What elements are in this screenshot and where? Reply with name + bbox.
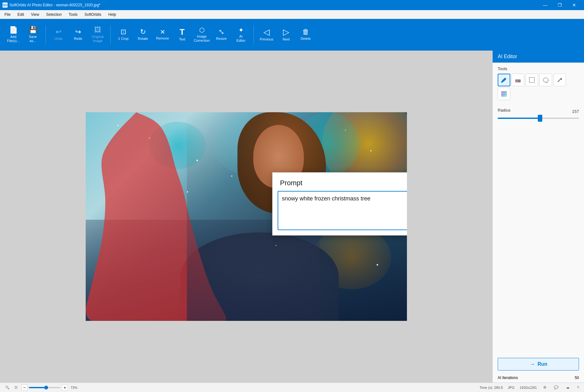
next-label: Next bbox=[283, 37, 290, 41]
resize-button[interactable]: ⤡ Resize bbox=[212, 21, 231, 49]
original-image-icon: 🖼 bbox=[94, 27, 101, 34]
menu-selection[interactable]: Selection bbox=[43, 11, 65, 18]
menu-help[interactable]: Help bbox=[105, 11, 120, 18]
redo-label: Redo bbox=[74, 37, 82, 41]
app-icon: SO bbox=[3, 3, 8, 8]
help-icon[interactable]: ? bbox=[576, 385, 580, 390]
brush-tool-button[interactable] bbox=[498, 74, 510, 86]
close-button[interactable]: ✕ bbox=[567, 0, 581, 10]
toolbar-group-history: ↩ Undo ↪ Redo 🖼 OriginalImage bbox=[48, 21, 108, 49]
toolbar: 📄 AddFile(s)... 💾 Saveas... ↩ Undo ↪ Red… bbox=[0, 19, 584, 51]
toolbar-sep-3 bbox=[254, 25, 254, 44]
zoom-slider-track[interactable] bbox=[29, 387, 60, 388]
rect-select-icon bbox=[528, 77, 535, 83]
cloud-icon[interactable]: ☁ bbox=[565, 385, 571, 390]
lasso-icon bbox=[542, 77, 549, 83]
radius-value: 157 bbox=[572, 109, 579, 114]
ai-editor-label: AIEditor bbox=[237, 34, 246, 43]
canvas-container: Prompt snowy white frozen christmass tre… bbox=[0, 51, 492, 383]
run-button-container: → Run bbox=[493, 355, 584, 373]
snowflake-13 bbox=[187, 191, 188, 193]
add-file-label: AddFile(s)... bbox=[7, 35, 20, 43]
run-arrow-icon: → bbox=[529, 361, 535, 368]
maximize-button[interactable]: ❐ bbox=[552, 0, 567, 10]
snowflake-15 bbox=[377, 264, 378, 266]
radius-section: Radius 157 bbox=[493, 104, 584, 123]
prompt-textarea-container: snowy white frozen christmass tree ▲ ▼ bbox=[278, 191, 407, 230]
zoom-fit-icon[interactable]: 🔍 bbox=[4, 385, 11, 390]
window-title: SoftOrbits AI Photo Editor - woman-60022… bbox=[9, 3, 101, 7]
original-image-label: OriginalImage bbox=[92, 35, 104, 43]
add-file-icon: 📄 bbox=[9, 27, 18, 34]
zoom-frame-icon[interactable]: ⊡ bbox=[13, 385, 19, 390]
previous-icon: ◁ bbox=[263, 28, 270, 36]
status-bar: 🔍 ⊡ − + 73% Time (s): 280.8 JPG 1920x128… bbox=[0, 383, 584, 392]
add-file-button[interactable]: 📄 AddFile(s)... bbox=[4, 21, 23, 49]
zoom-in-button[interactable]: + bbox=[62, 384, 68, 391]
image-correction-icon: ⬡ bbox=[199, 27, 205, 33]
iterations-row: AI Iterations 50 bbox=[493, 373, 584, 383]
menu-tools[interactable]: Tools bbox=[65, 11, 81, 18]
crop-label: 1 Crop bbox=[118, 37, 128, 41]
radius-slider-thumb[interactable] bbox=[538, 115, 542, 122]
eraser-tool-button[interactable] bbox=[512, 74, 524, 86]
menu-edit[interactable]: Edit bbox=[14, 11, 27, 18]
crop-button[interactable]: ⊡ 1 Crop bbox=[114, 21, 133, 49]
tools-section: Tools bbox=[493, 63, 584, 104]
canvas-area[interactable]: Prompt snowy white frozen christmass tre… bbox=[0, 51, 492, 383]
title-bar: SO SoftOrbits AI Photo Editor - woman-60… bbox=[0, 0, 584, 10]
minimize-button[interactable]: — bbox=[538, 0, 552, 10]
magic-wand-tool-button[interactable] bbox=[553, 74, 566, 86]
next-icon: ▷ bbox=[283, 28, 289, 36]
photo-canvas: Prompt snowy white frozen christmass tre… bbox=[86, 112, 407, 321]
menu-view[interactable]: View bbox=[28, 11, 42, 18]
settings-icon[interactable]: ⚙ bbox=[542, 385, 548, 390]
remove-label: Remove bbox=[156, 36, 169, 40]
undo-label: Undo bbox=[54, 37, 63, 41]
title-bar-left: SO SoftOrbits AI Photo Editor - woman-60… bbox=[3, 3, 101, 8]
radius-slider-row bbox=[498, 118, 579, 119]
ai-editor-panel: AI Editor Tools bbox=[492, 51, 584, 383]
status-right: Time (s): 280.8 JPG 1920x1281 ⚙ 💬 ☁ ? bbox=[479, 385, 580, 390]
save-as-icon: 💾 bbox=[29, 27, 37, 34]
snowflake-2 bbox=[149, 138, 150, 138]
smart-brush-tool-button[interactable] bbox=[498, 88, 510, 100]
run-button[interactable]: → Run bbox=[498, 358, 579, 371]
rotate-button[interactable]: ↻ Rotate bbox=[133, 21, 152, 49]
lasso-tool-button[interactable] bbox=[539, 74, 552, 86]
redo-button[interactable]: ↪ Redo bbox=[69, 21, 88, 49]
snowflake-7 bbox=[231, 175, 232, 177]
original-image-button[interactable]: 🖼 OriginalImage bbox=[88, 21, 107, 49]
ai-editor-icon: ✦ bbox=[238, 27, 244, 33]
radius-slider-track[interactable] bbox=[498, 118, 579, 119]
ai-panel-title: AI Editor bbox=[498, 54, 517, 59]
previous-button[interactable]: ◁ Previous bbox=[257, 21, 276, 49]
resize-icon: ⤡ bbox=[218, 28, 224, 35]
toolbar-group-nav: ◁ Previous ▷ Next 🗑 Delete bbox=[256, 21, 317, 49]
zoom-slider-thumb[interactable] bbox=[44, 386, 48, 389]
run-button-label: Run bbox=[538, 361, 547, 367]
svg-point-0 bbox=[501, 82, 502, 83]
chat-icon[interactable]: 💬 bbox=[553, 385, 560, 390]
menu-softorbits[interactable]: SoftOrbits bbox=[81, 11, 104, 18]
toolbar-sep-2 bbox=[110, 25, 111, 44]
iterations-value: 50 bbox=[575, 376, 579, 380]
delete-button[interactable]: 🗑 Delete bbox=[296, 21, 315, 49]
zoom-slider-fill bbox=[29, 387, 46, 388]
eraser-icon bbox=[514, 77, 521, 83]
image-correction-button[interactable]: ⬡ ImageCorrection bbox=[192, 21, 211, 49]
prompt-title: Prompt bbox=[273, 173, 407, 191]
text-button[interactable]: T Text bbox=[173, 21, 192, 49]
undo-button[interactable]: ↩ Undo bbox=[49, 21, 68, 49]
menu-file[interactable]: File bbox=[1, 11, 14, 18]
prompt-popup: Prompt snowy white frozen christmass tre… bbox=[272, 172, 407, 236]
remove-button[interactable]: ✕ Remove bbox=[153, 21, 172, 49]
svg-rect-3 bbox=[529, 77, 534, 83]
main-area: Prompt snowy white frozen christmass tre… bbox=[0, 51, 584, 383]
save-as-button[interactable]: 💾 Saveas... bbox=[23, 21, 42, 49]
prompt-textarea[interactable]: snowy white frozen christmass tree bbox=[278, 192, 407, 230]
zoom-out-button[interactable]: − bbox=[21, 384, 28, 391]
rect-select-tool-button[interactable] bbox=[526, 74, 538, 86]
next-button[interactable]: ▷ Next bbox=[277, 21, 296, 49]
ai-editor-button[interactable]: ✦ AIEditor bbox=[231, 21, 250, 49]
